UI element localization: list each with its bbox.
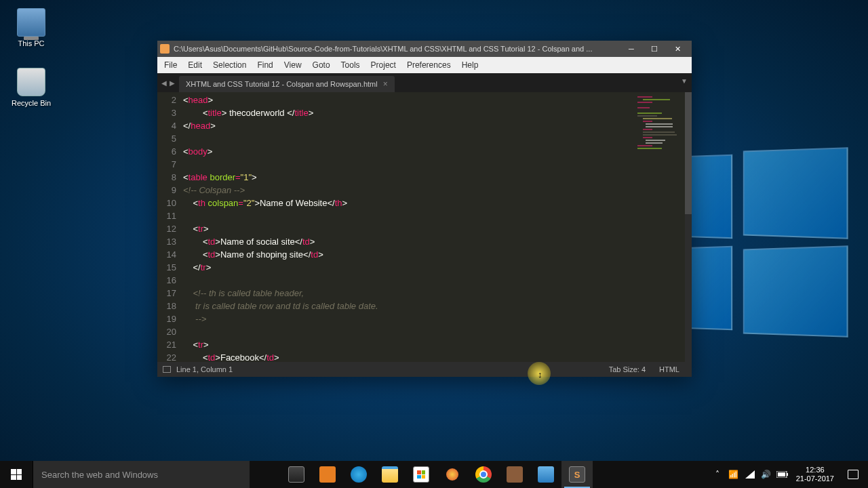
minimap[interactable] — [637, 96, 686, 157]
menu-tools[interactable]: Tools — [336, 58, 366, 72]
close-tab-icon[interactable]: × — [383, 79, 388, 89]
taskbar-apps: S — [281, 461, 593, 488]
nav-forward-icon[interactable]: ▶ — [170, 79, 175, 87]
menu-goto[interactable]: Goto — [307, 58, 336, 72]
taskbar-search[interactable]: Search the web and Windows — [33, 461, 250, 488]
svg-rect-1 — [787, 473, 788, 476]
app-icon — [160, 44, 170, 54]
editor-body[interactable]: 2345678910111213141516171819202122232425… — [157, 92, 692, 362]
menu-help[interactable]: Help — [456, 58, 484, 72]
tray-battery-icon[interactable] — [774, 461, 791, 488]
code-area[interactable]: <head> <title> thecoderworld </title> </… — [183, 92, 692, 362]
menu-selection[interactable]: Selection — [208, 58, 252, 72]
taskbar-store[interactable] — [406, 461, 437, 488]
search-placeholder: Search the web and Windows — [41, 470, 158, 480]
action-center-button[interactable] — [840, 470, 867, 479]
menu-project[interactable]: Project — [366, 58, 401, 72]
tray-volume-icon[interactable]: 🔊 — [758, 461, 774, 488]
menu-bar: File Edit Selection Find View Goto Tools… — [157, 57, 692, 73]
menu-preferences[interactable]: Preferences — [401, 58, 456, 72]
taskbar: Search the web and Windows S ˄ 📶 🔊 12:36… — [0, 461, 868, 488]
system-tray: ˄ 📶 🔊 12:36 21-07-2017 — [709, 461, 868, 488]
menu-edit[interactable]: Edit — [182, 58, 208, 72]
svg-rect-2 — [778, 472, 785, 476]
taskbar-chrome[interactable] — [468, 461, 499, 488]
taskbar-app-2[interactable] — [437, 461, 468, 488]
editor-tab[interactable]: XHTML and CSS Tutorial 12 - Colspan and … — [179, 76, 395, 92]
taskbar-app-3[interactable] — [499, 461, 530, 488]
recycle-bin-icon — [17, 68, 45, 96]
desktop-icon-label: This PC — [5, 39, 57, 47]
monitor-icon — [17, 8, 45, 37]
taskbar-sublime-text[interactable]: S — [561, 461, 593, 488]
scrollbar-thumb[interactable] — [685, 92, 692, 214]
status-cursor-position[interactable]: Line 1, Column 1 — [176, 365, 233, 373]
tray-bluetooth-icon[interactable]: 📶 — [726, 461, 742, 488]
clock-date: 21-07-2017 — [796, 474, 834, 483]
clock-time: 12:36 — [796, 466, 834, 474]
tray-network-icon[interactable] — [742, 461, 758, 488]
taskbar-file-explorer[interactable] — [374, 461, 406, 488]
desktop-icon-recycle-bin[interactable]: Recycle Bin — [5, 68, 57, 107]
minimize-button[interactable]: ─ — [620, 41, 643, 57]
taskbar-app-4[interactable] — [530, 461, 561, 488]
taskbar-clock[interactable]: 12:36 21-07-2017 — [791, 466, 840, 483]
notification-icon — [848, 470, 859, 479]
tab-overflow-icon[interactable]: ▼ — [681, 77, 688, 85]
scrollbar-track[interactable] — [685, 92, 692, 362]
panel-toggle-icon[interactable] — [163, 366, 171, 373]
title-bar[interactable]: C:\Users\Asus\Documents\GitHub\Source-Co… — [157, 41, 692, 57]
windows-logo-icon — [11, 469, 22, 480]
desktop-icon-this-pc[interactable]: This PC — [5, 8, 57, 47]
tab-label: XHTML and CSS Tutorial 12 - Colspan and … — [186, 80, 378, 88]
status-syntax[interactable]: HTML — [652, 365, 686, 373]
taskbar-app-1[interactable] — [312, 461, 343, 488]
nav-back-icon[interactable]: ◀ — [161, 79, 167, 87]
taskbar-edge[interactable] — [343, 461, 374, 488]
line-number-gutter: 2345678910111213141516171819202122232425… — [157, 92, 183, 362]
tab-bar: ◀ ▶ XHTML and CSS Tutorial 12 - Colspan … — [157, 73, 692, 92]
menu-view[interactable]: View — [279, 58, 307, 72]
status-tab-size[interactable]: Tab Size: 4 — [602, 365, 652, 373]
menu-file[interactable]: File — [159, 58, 182, 72]
status-bar: Line 1, Column 1 Tab Size: 4 HTML — [157, 362, 692, 377]
sublime-text-window[interactable]: C:\Users\Asus\Documents\GitHub\Source-Co… — [157, 41, 692, 377]
window-title: C:\Users\Asus\Documents\GitHub\Source-Co… — [174, 45, 620, 53]
close-button[interactable]: ✕ — [666, 41, 689, 57]
task-view-button[interactable] — [281, 461, 312, 488]
desktop-icon-label: Recycle Bin — [5, 99, 57, 107]
menu-find[interactable]: Find — [252, 58, 278, 72]
tray-chevron-up-icon[interactable]: ˄ — [709, 461, 726, 488]
maximize-button[interactable]: ☐ — [643, 41, 666, 57]
start-button[interactable] — [0, 461, 33, 488]
